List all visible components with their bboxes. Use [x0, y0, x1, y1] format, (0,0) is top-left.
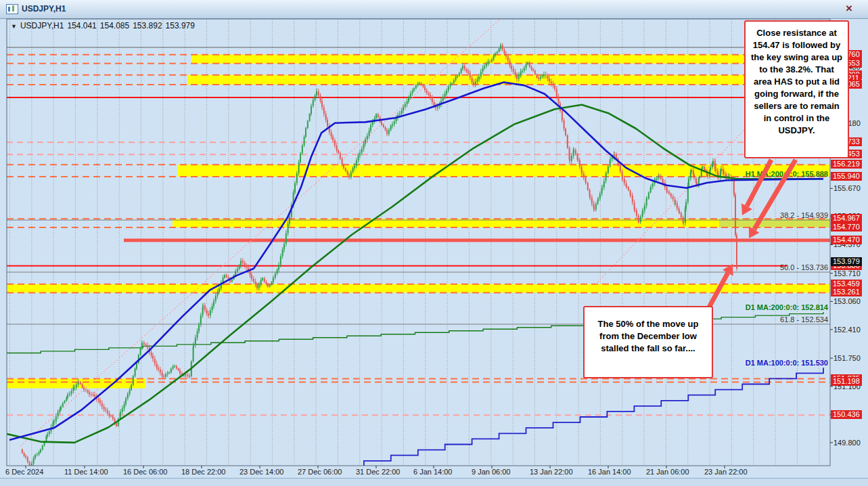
fib-label: 50.0 - 153.736 [780, 263, 828, 271]
price-badge: 150.436 [831, 410, 862, 419]
d1-ma100-line[interactable] [283, 368, 823, 477]
time-axis-label: 21 Jan 06:00 [646, 468, 689, 476]
fib-label: 61.8 - 152.534 [780, 315, 828, 324]
price-axis-label: 155.670 [833, 184, 867, 192]
quote-open: 154.041 [67, 21, 96, 30]
time-axis-label: 11 Dec 14:00 [64, 468, 108, 476]
chevron-down-icon[interactable]: ▼ [11, 23, 17, 30]
candles-layer [22, 43, 737, 469]
time-axis-label: 6 Dec 2024 [5, 468, 43, 476]
ma-label: D1 MA:200:0:0: 152.814 [746, 303, 829, 311]
time-axis-label: 23 Dec 14:00 [239, 468, 283, 476]
ma-label: D1 MA:100:0:0: 151.530 [746, 359, 828, 367]
time-axis-label: 27 Dec 06:00 [298, 468, 342, 476]
time-axis-label: 18 Dec 22:00 [181, 468, 225, 476]
price-badge: 155.940 [831, 172, 862, 181]
price-axis-label: 152.410 [833, 326, 867, 334]
price-axis-label: 151.750 [833, 354, 867, 362]
current-price-badge: 153.979 [831, 257, 862, 266]
quote-low: 153.892 [133, 21, 162, 30]
time-axis-label: 13 Jan 22:00 [530, 468, 573, 476]
time-axis-label: 23 Jan 22:00 [704, 468, 748, 476]
time-axis-label: 16 Jan 14:00 [588, 468, 631, 476]
time-axis-label: 31 Dec 22:00 [356, 468, 400, 476]
plot-border [7, 19, 830, 466]
quote-bar: ▼USDJPY,H1154.041154.085153.892153.979 [11, 21, 198, 30]
price-badge: 153.459 [831, 280, 862, 288]
price-badge: 154.470 [831, 236, 862, 244]
price-axis-label: 153.060 [833, 297, 867, 305]
price-badge: 153.261 [831, 288, 862, 296]
price-axis-label: 149.800 [833, 439, 867, 447]
swing-area-band [191, 55, 830, 64]
annotation-resistance-note[interactable]: Close resistance at 154.47 is followed b… [744, 20, 849, 158]
price-badge: 156.219 [831, 160, 862, 169]
time-axis-label: 9 Jan 06:00 [472, 468, 511, 476]
fib-label: 38.2 - 154.939 [780, 211, 828, 219]
time-axis-label: 6 Jan 14:00 [413, 468, 453, 476]
quote-close: 153.979 [166, 21, 195, 30]
annotation-fifty-pct-note[interactable]: The 50% of the move up from the December… [583, 306, 713, 378]
quote-symbol: USDJPY,H1 [20, 21, 64, 30]
price-axis-label: 153.710 [833, 269, 867, 278]
swing-area-band [7, 284, 830, 293]
swing-area-band [177, 164, 830, 177]
quote-high: 154.085 [100, 21, 129, 30]
chart-plot-area[interactable]: 38.2 - 154.93950.0 - 153.73661.8 - 152.5… [0, 0, 868, 486]
price-badge: 154.967 [831, 214, 862, 223]
time-axis-label: 16 Dec 06:00 [123, 468, 167, 476]
price-badge: 151.198 [831, 377, 862, 386]
mt4-chart-window: 38.2 - 154.93950.0 - 153.73661.8 - 152.5… [0, 0, 868, 486]
price-badge: 154.770 [831, 223, 862, 231]
